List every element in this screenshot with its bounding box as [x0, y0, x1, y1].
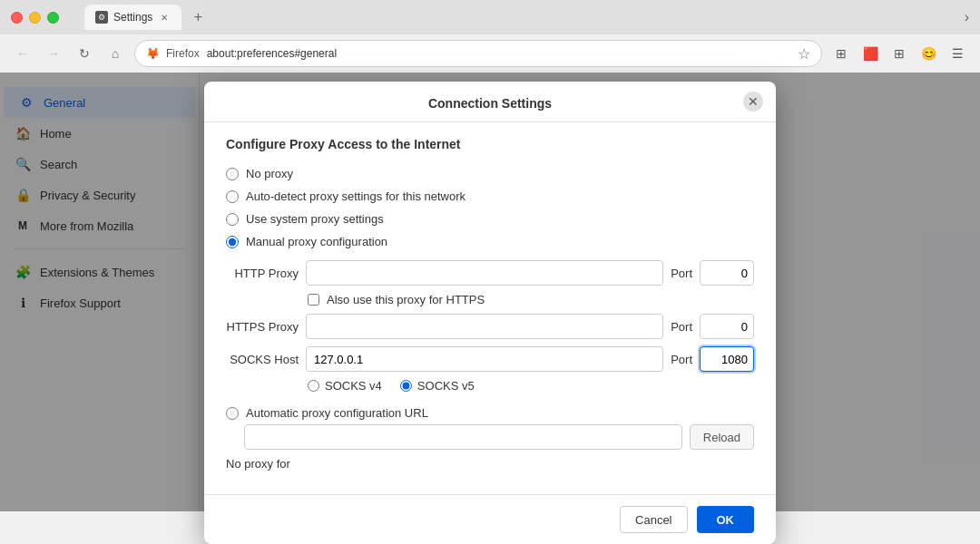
auto-url-option[interactable]: Automatic proxy configuration URL: [226, 402, 754, 424]
auto-proxy-section: Automatic proxy configuration URL Reload: [226, 402, 754, 450]
url-bar[interactable]: 🦊 Firefox about:preferences#general ☆: [134, 40, 822, 67]
auto-url-radio[interactable]: [226, 407, 239, 420]
no-proxy-for-label: No proxy for: [226, 457, 754, 471]
auto-detect-radio[interactable]: [226, 190, 239, 203]
browser-label: Firefox: [166, 47, 200, 60]
dialog-close-button[interactable]: ✕: [743, 92, 763, 112]
https-port-input[interactable]: [700, 314, 754, 339]
socks-port-label: Port: [671, 353, 692, 366]
bookmark-button[interactable]: ☆: [798, 45, 810, 63]
manual-proxy-label: Manual proxy configuration: [246, 235, 387, 248]
reload-button[interactable]: Reload: [690, 424, 754, 450]
settings-tab[interactable]: ⚙ Settings ✕: [84, 5, 181, 30]
tab-favicon: ⚙: [95, 11, 108, 24]
back-button[interactable]: ←: [11, 42, 34, 65]
socks-host-row: SOCKS Host Port: [226, 346, 754, 372]
socks5-radio[interactable]: [400, 380, 412, 392]
reload-button[interactable]: ↻: [73, 42, 96, 65]
home-button[interactable]: ⌂: [103, 42, 127, 65]
toolbar-icon-5[interactable]: ☰: [946, 42, 969, 65]
maximize-window-button[interactable]: [47, 12, 59, 24]
auto-url-row: Reload: [244, 424, 754, 450]
socks-port-input[interactable]: [700, 346, 754, 372]
dialog-footer: Cancel OK: [204, 494, 776, 544]
system-proxy-radio[interactable]: [226, 213, 239, 226]
dialog-title: Connection Settings: [428, 96, 552, 111]
http-proxy-label: HTTP Proxy: [226, 267, 299, 280]
https-proxy-label: HTTPS Proxy: [226, 320, 299, 334]
http-port-input[interactable]: [700, 260, 754, 286]
cancel-button[interactable]: Cancel: [620, 506, 687, 533]
dialog-body: Configure Proxy Access to the Internet N…: [204, 122, 776, 494]
tab-title: Settings: [113, 11, 152, 24]
toolbar-icon-1[interactable]: ⊞: [829, 42, 853, 65]
new-tab-button[interactable]: +: [187, 6, 209, 28]
browser-chrome: ⚙ Settings ✕ + › ← → ↻ ⌂ 🦊 Firefox about…: [0, 0, 980, 73]
https-port-label: Port: [671, 320, 692, 334]
socks4-radio[interactable]: [308, 380, 319, 392]
toolbar-icon-2[interactable]: 🟥: [858, 42, 882, 65]
main-area: ⚙ General 🏠 Home 🔍 Search 🔒 Privacy & Se…: [0, 73, 980, 511]
system-proxy-label: Use system proxy settings: [246, 212, 384, 226]
firefox-icon: 🦊: [146, 47, 159, 60]
socks-host-input[interactable]: [306, 346, 663, 372]
http-port-label: Port: [671, 267, 692, 280]
socks-host-label: SOCKS Host: [226, 353, 299, 366]
minimize-window-button[interactable]: [29, 12, 41, 24]
traffic-lights: [11, 12, 59, 24]
socks-version-row: SOCKS v4 SOCKS v5: [308, 379, 754, 393]
no-proxy-option[interactable]: No proxy: [226, 162, 754, 185]
modal-overlay: Connection Settings ✕ Configure Proxy Ac…: [0, 73, 980, 511]
socks5-label: SOCKS v5: [417, 379, 475, 393]
title-bar: ⚙ Settings ✕ + ›: [0, 0, 980, 34]
system-proxy-option[interactable]: Use system proxy settings: [226, 208, 754, 230]
also-https-label: Also use this proxy for HTTPS: [327, 293, 485, 306]
manual-proxy-radio[interactable]: [226, 236, 239, 248]
forward-button[interactable]: →: [42, 42, 65, 65]
tab-close-button[interactable]: ✕: [158, 11, 171, 24]
tabs-chevron[interactable]: ›: [965, 9, 969, 25]
proxy-section-heading: Configure Proxy Access to the Internet: [226, 137, 754, 151]
url-text: about:preferences#general: [207, 47, 337, 60]
manual-proxy-option[interactable]: Manual proxy configuration: [226, 230, 754, 253]
dialog-header: Connection Settings ✕: [204, 82, 776, 122]
socks4-option[interactable]: SOCKS v4: [308, 379, 382, 393]
socks5-option[interactable]: SOCKS v5: [400, 379, 475, 393]
no-proxy-for-section: No proxy for: [226, 457, 754, 471]
connection-settings-dialog: Connection Settings ✕ Configure Proxy Ac…: [204, 82, 776, 544]
auto-detect-option[interactable]: Auto-detect proxy settings for this netw…: [226, 185, 754, 208]
auto-url-input[interactable]: [244, 424, 682, 450]
also-https-row: Also use this proxy for HTTPS: [308, 293, 754, 306]
toolbar-icon-3[interactable]: ⊞: [887, 42, 911, 65]
http-proxy-row: HTTP Proxy Port: [226, 260, 754, 286]
ok-button[interactable]: OK: [697, 506, 755, 533]
close-window-button[interactable]: [11, 12, 23, 24]
auto-url-label: Automatic proxy configuration URL: [246, 406, 428, 420]
auto-detect-label: Auto-detect proxy settings for this netw…: [246, 189, 466, 203]
no-proxy-label: No proxy: [246, 167, 293, 180]
address-bar: ← → ↻ ⌂ 🦊 Firefox about:preferences#gene…: [0, 34, 980, 73]
toolbar-icons: ⊞ 🟥 ⊞ 😊 ☰: [829, 42, 969, 65]
no-proxy-radio[interactable]: [226, 168, 239, 180]
http-proxy-input[interactable]: [306, 260, 663, 286]
https-proxy-input[interactable]: [306, 314, 663, 339]
https-proxy-row: HTTPS Proxy Port: [226, 314, 754, 339]
socks4-label: SOCKS v4: [325, 379, 382, 393]
toolbar-icon-4[interactable]: 😊: [916, 42, 940, 65]
also-https-checkbox[interactable]: [308, 294, 319, 306]
